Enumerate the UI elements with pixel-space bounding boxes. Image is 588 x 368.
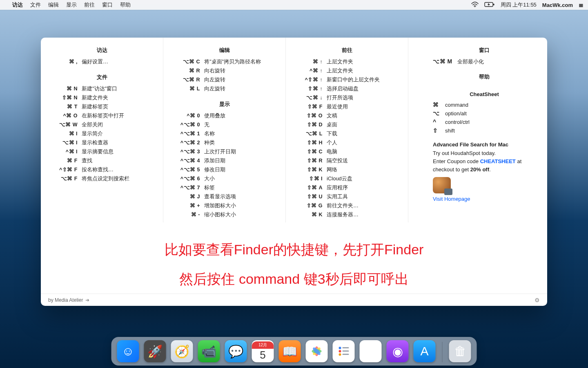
dock-calendar[interactable]: 12月 5 [252, 340, 274, 362]
app-name[interactable]: 访达 [12, 1, 23, 9]
menubar-left: 访达 文件 编辑 显示 前往 窗口 帮助 [5, 1, 131, 9]
shortcut-row: ^⇧⌘ F按名称查找… [49, 165, 155, 174]
sheet-footer: by Media Atelier ➜ ⚙ [41, 294, 547, 306]
instruction-line1: 比如要查看Finder的快捷键，先打开Finder [41, 235, 547, 264]
shortcut-label: 选择启动磁盘 [327, 84, 400, 93]
dock-appstore[interactable]: A [414, 340, 436, 362]
shortcut-row: ⌥⌘ I显示检查器 [49, 138, 155, 147]
menu-go[interactable]: 前往 [84, 1, 95, 9]
shortcut-keys: ⌘ R [172, 67, 204, 75]
shortcut-label: 查看显示选项 [204, 192, 277, 201]
dock-finder[interactable]: ☺ [117, 340, 139, 362]
menubar: 访达 文件 编辑 显示 前往 窗口 帮助 周四 上午11:55 MacWk.co… [0, 0, 588, 10]
dock-wrap: ☺ 🚀 🧭 📹 💬 12月 5 📖 ♫ ◉ A 🗑 [111, 337, 477, 366]
shortcut-row: ⇧⌘ U实用工具 [294, 192, 400, 201]
hamburger-icon[interactable]: ≣ [579, 2, 583, 8]
shortcut-row: ⌥⌘ M全部最小化 [433, 57, 535, 66]
shortcut-row: ⌥⌘ L下载 [294, 129, 400, 138]
shortcut-row: ⌥⌘ F将焦点设定到搜索栏 [49, 174, 155, 183]
dock-trash[interactable]: 🗑 [449, 340, 471, 362]
shortcut-row: ^⌘ ↑上层文件夹 [294, 66, 400, 75]
shortcut-label: 打开所选项 [327, 93, 400, 102]
shortcut-label: control/ctrl [445, 118, 535, 126]
shortcut-keys: ⇧⌘ N [49, 94, 82, 102]
dock-safari[interactable]: 🧭 [171, 340, 193, 362]
shortcut-label: 在新标签页中打开 [82, 111, 155, 120]
shortcut-label: 全部关闭 [82, 120, 155, 129]
shortcut-keys: ⌥⌘ M [433, 57, 457, 66]
shortcut-row: ^control/ctrl [433, 118, 535, 126]
shortcut-keys: ⌘ , [49, 58, 82, 66]
shortcut-label: 全部最小化 [457, 57, 535, 66]
shortcut-keys: ⇧⌘ F [294, 103, 327, 111]
shortcut-row: ^⌘ I显示摘要信息 [49, 147, 155, 156]
shortcut-row: ⌘ N新建"访达"窗口 [49, 84, 155, 93]
shortcut-keys: ⌥⌘ I [49, 139, 82, 147]
shortcut-row: ^⌥⌘ 4添加日期 [172, 156, 277, 165]
menu-window[interactable]: 窗口 [102, 1, 113, 9]
shortcut-label: 按名称查找… [82, 165, 155, 174]
dock-photos[interactable] [306, 340, 328, 362]
shortcut-keys: ^ [433, 118, 445, 126]
col-window-help: 窗口 ⌥⌘ M全部最小化 帮助 CheatSheet ⌘command⌥opti… [408, 38, 547, 222]
visit-homepage-link[interactable]: Visit Homepage [433, 196, 470, 202]
footer-gear-icon[interactable]: ⚙ [535, 297, 540, 303]
svg-rect-10 [343, 350, 349, 352]
battery-icon[interactable] [484, 2, 495, 9]
shortcut-label: 隔空投送 [327, 156, 400, 165]
svg-rect-2 [493, 4, 494, 5]
shortcut-row: ⌘ F查找 [49, 156, 155, 165]
shortcut-label: 个人 [327, 138, 400, 147]
footer-by[interactable]: by Media Atelier [48, 297, 83, 303]
shortcut-keys: ⌘ N [49, 85, 82, 93]
shortcut-keys: ⌘ J [172, 193, 204, 201]
shortcut-row: ^⌘ 0使用叠放 [172, 111, 277, 120]
menu-file[interactable]: 文件 [30, 1, 41, 9]
dock-facetime[interactable]: 📹 [198, 340, 220, 362]
clock[interactable]: 周四 上午11:55 [501, 1, 537, 9]
footer-arrow-icon[interactable]: ➜ [85, 297, 89, 303]
menu-help[interactable]: 帮助 [120, 1, 131, 9]
shortcut-keys: ^⌥⌘ 4 [172, 157, 204, 165]
shortcut-keys: ^⌘ ↑ [294, 67, 327, 75]
dock-books[interactable]: 📖 [279, 340, 301, 362]
site-label[interactable]: MacWk.com [542, 2, 573, 8]
shortcut-row: ⇧⌘ K网络 [294, 165, 400, 174]
shortcut-keys: ⌥⌘ L [294, 130, 327, 138]
dock-music[interactable]: ♫ [360, 340, 382, 362]
shortcut-label: 缩小图标大小 [204, 210, 277, 219]
dock-podcasts[interactable]: ◉ [387, 340, 409, 362]
shortcut-keys: ^⌘ 0 [172, 112, 204, 120]
dock-separator [442, 342, 443, 362]
section-cheatsheet: CheatSheet [433, 90, 535, 101]
shortcut-keys: ⌥⌘ W [49, 121, 82, 129]
shortcut-row: ⌘ I显示简介 [49, 129, 155, 138]
shortcut-label: command [445, 101, 535, 109]
shortcut-label: 向左旋转 [204, 84, 277, 93]
shortcut-keys: ^⌥⌘ 6 [172, 175, 204, 183]
shortcut-keys: ⌘ + [172, 202, 204, 210]
menu-view[interactable]: 显示 [66, 1, 77, 9]
shortcut-row: ⌥⌘ R向左旋转 [172, 75, 277, 84]
shortcut-keys: ⇧⌘ C [294, 148, 327, 156]
menu-edit[interactable]: 编辑 [48, 1, 59, 9]
svg-point-0 [474, 6, 475, 7]
shortcut-label: 将焦点设定到搜索栏 [82, 174, 155, 183]
shortcut-row: ⇧⌘ C电脑 [294, 147, 400, 156]
shortcut-label: 应用程序 [327, 183, 400, 192]
wifi-icon[interactable] [471, 2, 479, 9]
ad-body: Try out HoudahSpot today. Enter Coupon c… [433, 149, 535, 174]
shortcut-keys: ⇧⌘ G [294, 202, 327, 210]
dock-launchpad[interactable]: 🚀 [144, 340, 166, 362]
shortcut-keys: ⌘ L [172, 85, 204, 93]
dock-messages[interactable]: 💬 [225, 340, 247, 362]
svg-point-7 [339, 347, 341, 349]
columns: 访达 ⌘ ,偏好设置… 文件 ⌘ N新建"访达"窗口⇧⌘ N新建文件夹⌘ T新建… [41, 38, 547, 222]
shortcut-label: 新建文件夹 [82, 93, 155, 102]
dock-reminders[interactable] [333, 340, 355, 362]
shortcut-row: ⇧⌘ A应用程序 [294, 183, 400, 192]
shortcut-row: ⇧⌘ ↑选择启动磁盘 [294, 84, 400, 93]
shortcut-label: 增加图标大小 [204, 201, 277, 210]
instruction-text: 比如要查看Finder的快捷键，先打开Finder 然后按住 command 键… [41, 222, 547, 294]
section-edit: 编辑 [172, 45, 277, 57]
